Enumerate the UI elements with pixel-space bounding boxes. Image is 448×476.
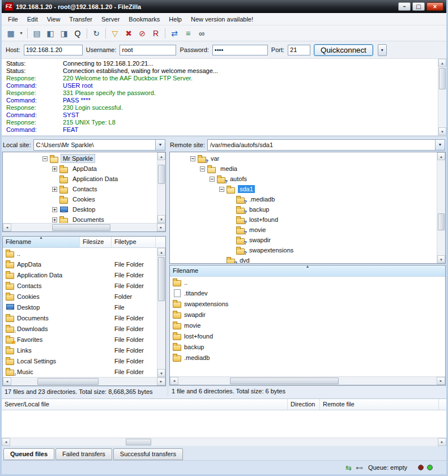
- reconnect-button[interactable]: R: [149, 27, 163, 40]
- tree-item-application-data[interactable]: Application Data: [4, 174, 156, 184]
- menu-item-file[interactable]: File: [3, 14, 23, 24]
- menu-item-transfer[interactable]: Transfer: [65, 14, 97, 24]
- column-header-filename[interactable]: Filename▲: [170, 265, 446, 276]
- scroll-down-arrow[interactable]: ▼: [157, 215, 165, 223]
- tree-item-mr-sparkle[interactable]: −Mr Sparkle: [4, 153, 156, 164]
- file-row-links[interactable]: LinksFile Folder: [3, 345, 157, 355]
- file-row-downloads[interactable]: ↓DownloadsFile Folder: [3, 323, 157, 334]
- file-row-backup[interactable]: backup: [170, 341, 445, 352]
- tab-successful-transfers[interactable]: Successful transfers: [113, 448, 183, 460]
- local-list-vertical-scrollbar[interactable]: ▲ ▼: [157, 248, 165, 377]
- tree-expander-minus[interactable]: −: [190, 156, 195, 161]
- tree-item-swapextensions[interactable]: ?swapextensions: [171, 245, 436, 255]
- tree-item-dvd[interactable]: ?dvd: [171, 255, 436, 263]
- column-header-filetype[interactable]: Filetype: [112, 237, 156, 247]
- green-arrows-icon[interactable]: ⇆: [345, 464, 352, 471]
- local-file-list[interactable]: Filename▲FilesizeFiletype ▲ ▼ ..AppDataF…: [2, 236, 166, 386]
- file-row-music[interactable]: ♪MusicFile Folder: [3, 366, 157, 377]
- plug-icon[interactable]: ⊷: [356, 464, 363, 471]
- tree-item-documents[interactable]: +Documents: [4, 215, 156, 223]
- scroll-left-arrow[interactable]: ◄: [3, 378, 11, 385]
- file-row-lost-found[interactable]: lost+found: [170, 331, 445, 341]
- local-tree-vertical-scrollbar[interactable]: ▲ ▼: [157, 152, 165, 223]
- file-row-contacts[interactable]: ContactsFile Folder: [3, 280, 157, 291]
- local-list-horizontal-scrollbar[interactable]: ◄ ►: [3, 377, 165, 385]
- file-row-item[interactable]: ..: [170, 277, 445, 288]
- tab-queued-files[interactable]: Queued files: [3, 448, 54, 460]
- title-bar[interactable]: FZ 192.168.1.20 - root@192.168.1.20 - Fi…: [2, 0, 446, 13]
- filter-button[interactable]: ▽: [108, 27, 122, 40]
- tree-expander-minus[interactable]: −: [210, 177, 215, 182]
- tree-item-contacts[interactable]: +Contacts: [4, 184, 156, 194]
- remote-directory-tree[interactable]: −?var−media−?autofs−sda1?.mediadb?backup…: [169, 152, 446, 264]
- column-header-filesize[interactable]: Filesize: [80, 237, 112, 247]
- tree-expander-plus[interactable]: +: [52, 207, 57, 212]
- queue-horizontal-scrollbar[interactable]: ◄ ►: [2, 438, 446, 446]
- username-input[interactable]: [120, 45, 176, 55]
- password-input[interactable]: [212, 45, 268, 55]
- close-button[interactable]: ×: [426, 2, 443, 11]
- file-row-titandev[interactable]: .titandev: [170, 288, 445, 298]
- remote-tree-toggle-button[interactable]: ◨: [57, 27, 71, 40]
- file-row-cookies[interactable]: CookiesFolder: [3, 291, 157, 302]
- scroll-right-arrow[interactable]: ►: [157, 378, 165, 385]
- scroll-thumb[interactable]: [230, 378, 339, 384]
- scroll-track[interactable]: [11, 378, 157, 385]
- tree-item-sda1[interactable]: −sda1: [171, 184, 436, 194]
- file-row-movie[interactable]: movie: [170, 320, 445, 331]
- scroll-up-arrow[interactable]: ▲: [437, 152, 445, 160]
- column-header-filename[interactable]: Filename▲: [3, 237, 80, 247]
- scroll-up-arrow[interactable]: ▲: [438, 59, 446, 67]
- menu-item-edit[interactable]: Edit: [23, 14, 42, 24]
- remote-site-combobox[interactable]: /var/media/autofs/sda1 ▼: [207, 139, 445, 151]
- scroll-right-arrow[interactable]: ►: [438, 438, 446, 446]
- tree-item-var[interactable]: −?var: [171, 153, 436, 164]
- scroll-thumb[interactable]: [158, 257, 165, 301]
- transfer-queue[interactable]: Server/Local fileDirectionRemote file ◄ …: [2, 398, 446, 446]
- column-header-remote-file[interactable]: Remote file: [320, 399, 439, 410]
- local-tree-toggle-button[interactable]: ◧: [44, 27, 57, 40]
- scroll-thumb[interactable]: [126, 439, 151, 445]
- tree-expander-minus[interactable]: −: [200, 166, 205, 171]
- local-tree-horizontal-scrollbar[interactable]: ◄ ►: [3, 223, 165, 231]
- scroll-track[interactable]: [157, 256, 165, 369]
- cancel-button[interactable]: ✖: [122, 27, 135, 40]
- scroll-thumb[interactable]: [52, 224, 110, 231]
- maximize-button[interactable]: □: [412, 2, 425, 11]
- find-files-button[interactable]: ∞: [195, 27, 208, 40]
- remote-tree-vertical-scrollbar[interactable]: ▲ ▼: [437, 152, 445, 263]
- tree-item-backup[interactable]: ?backup: [171, 204, 436, 215]
- remote-file-list[interactable]: Filename▲ ...titandevswapextensionsswapd…: [169, 265, 446, 385]
- tree-item-swapdir[interactable]: ?swapdir: [171, 235, 436, 245]
- host-input[interactable]: [24, 45, 83, 55]
- directory-comparison-button[interactable]: ≡: [181, 27, 195, 40]
- queue-toggle-button[interactable]: Q: [71, 27, 84, 40]
- message-log-toggle-button[interactable]: ▤: [30, 27, 44, 40]
- quickconnect-button[interactable]: Quickconnect: [314, 44, 373, 56]
- tree-expander-plus[interactable]: +: [52, 187, 57, 192]
- tree-expander-minus[interactable]: −: [219, 187, 224, 192]
- tree-item-media[interactable]: −media: [171, 164, 436, 174]
- remote-list-horizontal-scrollbar[interactable]: ◄ ►: [170, 376, 445, 385]
- scroll-track[interactable]: [11, 224, 157, 231]
- scroll-track[interactable]: [10, 438, 438, 446]
- file-row-local-settings[interactable]: Local SettingsFile Folder: [3, 355, 157, 366]
- port-input[interactable]: [288, 45, 310, 55]
- scroll-thumb[interactable]: [439, 68, 446, 89]
- file-row-favorites[interactable]: ★FavoritesFile Folder: [3, 334, 157, 345]
- local-site-dropdown-icon[interactable]: ▼: [155, 140, 165, 150]
- column-header-direction[interactable]: Direction: [288, 399, 320, 410]
- remote-site-dropdown-icon[interactable]: ▼: [435, 140, 445, 150]
- file-row-swapdir[interactable]: swapdir: [170, 309, 445, 320]
- file-row-desktop[interactable]: DesktopFile: [3, 302, 157, 312]
- tree-expander-minus[interactable]: −: [42, 156, 48, 161]
- tree-item-appdata[interactable]: +AppData: [4, 164, 156, 174]
- message-log[interactable]: Status:Connecting to 192.168.1.20:21...S…: [2, 59, 446, 137]
- scroll-left-arrow[interactable]: ◄: [170, 377, 178, 385]
- menu-item-bookmarks[interactable]: Bookmarks: [124, 14, 164, 24]
- scroll-thumb[interactable]: [438, 213, 445, 230]
- scroll-track[interactable]: [438, 67, 446, 127]
- quickconnect-dropdown-button[interactable]: ▼: [378, 44, 387, 56]
- site-manager-button[interactable]: ▦: [4, 27, 18, 40]
- scroll-up-arrow[interactable]: ▲: [157, 248, 165, 256]
